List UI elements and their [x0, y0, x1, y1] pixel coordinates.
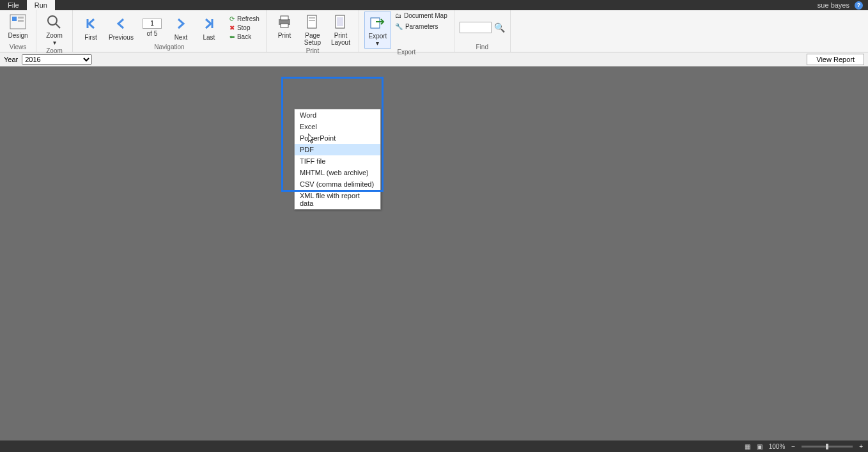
svg-line-5 [56, 24, 60, 28]
group-views-label: Views [10, 43, 27, 52]
next-page-button[interactable]: Next [168, 13, 194, 42]
print-button[interactable]: Print [272, 12, 297, 40]
stop-icon: ✖ [229, 24, 235, 31]
parameters-bar: Year 2016 View Report [0, 52, 868, 66]
export-option-xml-file-with-report-data[interactable]: XML file with report data [295, 190, 380, 209]
document-map-button[interactable]: 🗂Document Map [394, 12, 449, 20]
find-icon[interactable]: 🔍 [494, 22, 505, 33]
print-icon [274, 13, 295, 31]
last-icon [199, 15, 219, 33]
last-page-button[interactable]: Last [196, 13, 222, 42]
year-label: Year [4, 56, 18, 63]
print-layout-icon [330, 13, 351, 31]
previous-page-button[interactable]: Previous [106, 13, 136, 42]
page-number-group: of 5 [139, 19, 166, 37]
refresh-button[interactable]: ⟳Refresh [228, 15, 261, 23]
parameters-button[interactable]: 🔧Parameters [394, 22, 449, 31]
zoom-in-button[interactable]: + [859, 443, 863, 450]
group-find-label: Find [476, 43, 488, 52]
export-option-tiff-file[interactable]: TIFF file [295, 155, 380, 167]
first-page-button[interactable]: First [78, 13, 104, 42]
tab-run[interactable]: Run [27, 0, 55, 10]
status-icon-2[interactable]: ▣ [757, 443, 763, 450]
stop-button[interactable]: ✖Stop [228, 24, 261, 32]
first-icon [81, 15, 101, 33]
export-option-mhtml-web-archive-[interactable]: MHTML (web archive) [295, 167, 380, 178]
export-button[interactable]: Export▾ [364, 12, 391, 49]
svg-rect-10 [281, 24, 288, 27]
export-option-word[interactable]: Word [295, 109, 380, 121]
group-navigation-label: Navigation [154, 43, 184, 52]
doc-map-icon: 🗂 [395, 12, 401, 19]
export-option-pdf[interactable]: PDF [295, 144, 380, 155]
help-icon[interactable]: ? [855, 1, 863, 10]
parameters-icon: 🔧 [395, 23, 403, 30]
zoom-button[interactable]: Zoom▾ [42, 12, 67, 47]
export-icon [368, 13, 388, 31]
back-icon: ⬅ [229, 33, 235, 40]
zoom-out-button[interactable]: − [791, 443, 795, 450]
svg-rect-12 [309, 17, 315, 19]
next-icon [171, 15, 191, 33]
design-button[interactable]: Design [5, 12, 31, 40]
page-setup-button[interactable]: Page Setup [300, 12, 325, 47]
svg-point-4 [48, 16, 57, 25]
find-input[interactable] [460, 22, 492, 33]
page-of-label: of 5 [147, 30, 158, 37]
export-option-powerpoint[interactable]: PowerPoint [295, 132, 380, 144]
ribbon: Design Views Zoom▾ Zoom First Previous [0, 10, 868, 52]
svg-rect-16 [371, 18, 380, 28]
export-option-excel[interactable]: Excel [295, 121, 380, 132]
svg-rect-13 [309, 20, 315, 21]
zoom-icon [44, 13, 65, 31]
current-user: sue bayes [818, 1, 849, 9]
svg-rect-3 [18, 20, 24, 22]
zoom-slider[interactable] [802, 446, 853, 448]
design-icon [8, 13, 28, 31]
group-export-label: Export [397, 49, 415, 57]
year-select[interactable]: 2016 [22, 54, 92, 65]
export-option-csv-comma-delimited-[interactable]: CSV (comma delimited) [295, 178, 380, 190]
svg-rect-9 [281, 16, 288, 20]
svg-rect-15 [337, 17, 343, 26]
svg-rect-2 [18, 17, 24, 19]
refresh-icon: ⟳ [229, 15, 235, 22]
group-print-label: Print [306, 47, 320, 56]
previous-icon [111, 15, 131, 33]
export-dropdown: WordExcelPowerPointPDFTIFF fileMHTML (we… [294, 109, 381, 210]
page-setup-icon [302, 13, 323, 31]
svg-rect-1 [12, 17, 17, 21]
status-icon-1[interactable]: ▦ [745, 443, 750, 450]
status-bar: ▦ ▣ 100% − + [0, 440, 868, 452]
back-button[interactable]: ⬅Back [228, 33, 261, 41]
page-number-input[interactable] [143, 19, 162, 29]
print-layout-button[interactable]: Print Layout [328, 12, 353, 47]
zoom-percent: 100% [769, 443, 786, 450]
view-report-button[interactable]: View Report [807, 54, 864, 65]
tab-file[interactable]: File [0, 0, 27, 10]
